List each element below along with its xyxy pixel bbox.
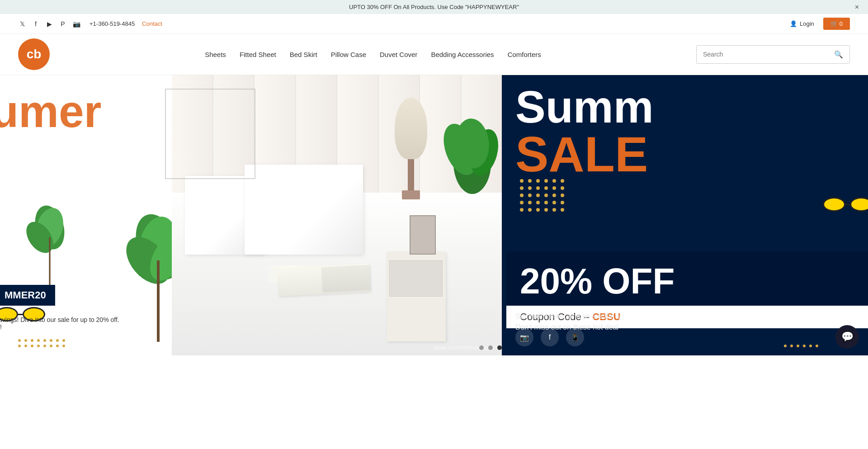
coupon-code-left: MMER20 [5,289,46,301]
twitter-icon[interactable]: 𝕏 [18,20,26,28]
dots-decoration-left [18,339,66,347]
summer-heading-left: umer [0,89,102,134]
slider-dots [344,340,502,355]
book [277,263,370,296]
slider-dot-1[interactable] [479,345,484,350]
announcement-close-button[interactable]: × [855,3,859,11]
pillow-right [245,165,363,254]
phone-contact: +1-360-519-4845 Contact [90,20,162,27]
off-box: 20% OFF [506,251,868,311]
nav-fitted-sheet[interactable]: Fitted Sheet [240,51,276,58]
facebook-icon[interactable]: f [32,20,40,28]
youtube-icon[interactable]: ▶ [45,20,53,28]
cart-button[interactable]: 🛒 0 [823,18,850,30]
cart-count: 0 [840,20,843,27]
nightstand [387,252,446,341]
right-instagram-icon[interactable]: 📷 [515,328,533,346]
nav-comforters[interactable]: Comforters [508,51,541,58]
announcement-text: UPTO 30% OFF On All Products. Use Code "… [349,4,519,10]
plant-right-icon [443,75,502,271]
contact-link[interactable]: Contact [142,20,162,27]
coupon-badge-left: MMER20 [0,285,55,306]
savings-line2: ls! [0,323,163,331]
search-input[interactable] [697,46,828,62]
slider-dot-2[interactable] [488,345,493,350]
nav-duvet-cover[interactable]: Duvet Cover [380,51,417,58]
banner-section: umer MMER20 saving [0,75,868,355]
logo-container[interactable]: cb [18,38,50,70]
savings-text: savings! Dive into our sale for up to 20… [0,316,163,331]
sunglasses-right [823,197,868,212]
search-button[interactable]: 🔍 [828,46,849,63]
phone-number: +1-360-519-4845 [90,20,135,27]
lamp [393,98,429,210]
sale-heading-right: SALE [515,129,648,179]
right-social-icons: 📷 f 📱 [515,328,584,346]
search-container: 🔍 [696,45,850,64]
nav-sheets[interactable]: Sheets [205,51,226,58]
pinterest-icon[interactable]: P [59,20,67,28]
dots-decoration-right [520,179,565,212]
utility-right: 👤 Login 🛒 0 [790,18,850,30]
photo-frame [410,215,436,255]
cart-icon: 🛒 [830,20,838,27]
right-phone-icon[interactable]: 📱 [566,328,584,346]
utility-bar: 𝕏 f ▶ P 📷 +1-360-519-4845 Contact 👤 Logi… [0,14,868,34]
login-button[interactable]: 👤 Login [790,20,814,27]
search-icon: 🔍 [834,51,843,58]
savings-line1: savings! Dive into our sale for up to 20… [0,316,163,323]
banner-right: Summ SALE 20% OFF Coupon Code – CBSU [506,75,868,355]
plant-small-icon [25,193,75,292]
dots-decoration-right-bottom [784,345,832,347]
user-icon: 👤 [790,20,797,27]
main-nav: Sheets Fitted Sheet Bed Skirt Pillow Cas… [68,51,678,58]
login-label: Login [800,20,814,27]
off-text: 20% OFF [520,260,854,302]
nav-pillow-case[interactable]: Pillow Case [331,51,366,58]
promo-line1: Summer's here, and so are the s [515,311,859,322]
chat-bubble-button[interactable]: 💬 [835,325,859,349]
slider-dot-3[interactable] [497,345,502,350]
nav-bedding-accessories[interactable]: Bedding Accessories [431,51,494,58]
nav-bed-skirt[interactable]: Bed Skirt [290,51,317,58]
right-facebook-icon[interactable]: f [541,328,559,346]
main-header: cb Sheets Fitted Sheet Bed Skirt Pillow … [0,34,868,75]
logo[interactable]: cb [18,38,50,70]
social-links: 𝕏 f ▶ P 📷 [18,20,80,28]
summer-heading-right: Summ [515,84,654,129]
announcement-bar: UPTO 30% OFF On All Products. Use Code "… [0,0,868,14]
rect-outline-decoration [165,89,255,179]
instagram-icon[interactable]: 📷 [72,20,80,28]
